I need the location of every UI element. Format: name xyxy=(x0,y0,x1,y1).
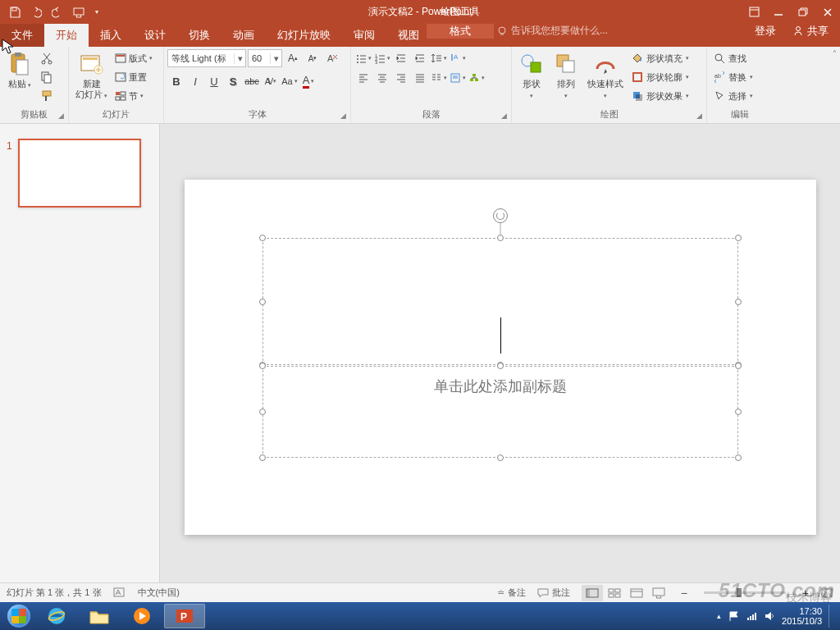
tab-transitions[interactable]: 切换 xyxy=(177,24,221,47)
tab-view[interactable]: 视图 xyxy=(386,24,431,47)
slideshow-view-button[interactable] xyxy=(648,585,669,601)
rotation-handle[interactable] xyxy=(493,208,508,223)
decrease-indent-button[interactable] xyxy=(392,49,410,67)
resize-handle-ml[interactable] xyxy=(259,409,266,415)
tab-design[interactable]: 设计 xyxy=(133,24,177,47)
clock[interactable]: 17:30 2015/10/3 xyxy=(782,606,822,626)
reading-view-button[interactable] xyxy=(626,585,647,601)
align-center-button[interactable] xyxy=(373,69,391,87)
numbering-button[interactable]: 123 xyxy=(373,49,391,67)
select-button[interactable]: 选择▾ xyxy=(710,87,769,105)
clear-formatting-button[interactable]: A xyxy=(323,49,341,67)
resize-handle-bm[interactable] xyxy=(497,454,504,461)
quick-styles-button[interactable]: 快速样式▾ xyxy=(584,49,627,107)
italic-button[interactable]: I xyxy=(186,72,204,90)
zoom-in-button[interactable]: + xyxy=(802,587,809,600)
sorter-view-button[interactable] xyxy=(604,585,625,601)
tab-insert[interactable]: 插入 xyxy=(89,24,133,47)
increase-font-button[interactable]: A▴ xyxy=(284,49,302,67)
resize-handle-mr[interactable] xyxy=(735,409,742,415)
spellcheck-status[interactable] xyxy=(113,587,126,599)
normal-view-button[interactable] xyxy=(582,585,603,601)
arrange-button[interactable]: 排列▾ xyxy=(550,49,582,107)
change-case-button[interactable]: Aa xyxy=(281,72,299,90)
tab-format[interactable]: 格式 xyxy=(427,24,494,39)
bullets-button[interactable] xyxy=(354,49,372,67)
section-button[interactable]: 节▾ xyxy=(112,87,155,105)
resize-handle-tm[interactable] xyxy=(497,235,504,241)
format-painter-button[interactable] xyxy=(38,87,56,105)
ie-taskbar-button[interactable] xyxy=(36,604,77,628)
reset-button[interactable]: 重置 xyxy=(112,68,155,86)
undo-button[interactable] xyxy=(26,2,46,22)
copy-button[interactable] xyxy=(38,68,56,86)
underline-button[interactable]: U xyxy=(205,72,223,90)
font-size-combo[interactable]: 60▾ xyxy=(248,49,282,67)
resize-handle-bl[interactable] xyxy=(259,454,266,461)
paste-button[interactable]: 粘贴 xyxy=(3,49,36,107)
char-spacing-button[interactable]: AV xyxy=(262,72,280,90)
slide-thumbnails-pane[interactable]: 1 xyxy=(0,124,160,582)
decrease-font-button[interactable]: A▾ xyxy=(304,49,322,67)
tab-home[interactable]: 开始 xyxy=(44,24,89,47)
text-direction-button[interactable]: ‖A xyxy=(449,49,467,67)
resize-handle-tr[interactable] xyxy=(735,235,742,241)
redo-button[interactable] xyxy=(48,2,67,22)
resize-handle-tr[interactable] xyxy=(735,363,742,369)
fit-to-window-button[interactable] xyxy=(820,587,833,599)
resize-handle-br[interactable] xyxy=(735,454,742,461)
paragraph-launcher[interactable]: ◢ xyxy=(498,110,509,121)
replace-button[interactable]: ab替换▾ xyxy=(710,68,769,86)
resize-handle-mr[interactable] xyxy=(735,299,742,305)
tab-slideshow[interactable]: 幻灯片放映 xyxy=(266,24,342,47)
align-text-button[interactable] xyxy=(449,69,467,87)
align-right-button[interactable] xyxy=(392,69,410,87)
shapes-button[interactable]: 形状▾ xyxy=(515,49,548,107)
start-button[interactable] xyxy=(3,604,34,628)
resize-handle-ml[interactable] xyxy=(259,299,266,305)
close-button[interactable] xyxy=(815,0,840,24)
start-from-beginning-button[interactable] xyxy=(69,2,89,22)
strikethrough-button[interactable]: abc xyxy=(243,72,261,90)
slide-editor[interactable]: 单击此处添加副标题 xyxy=(160,124,840,582)
font-name-combo[interactable]: 等线 Light (标▾ xyxy=(167,49,246,67)
smartart-button[interactable] xyxy=(468,69,486,87)
zoom-slider[interactable] xyxy=(704,591,786,594)
zoom-out-button[interactable]: − xyxy=(681,587,687,600)
minimize-button[interactable] xyxy=(766,0,791,24)
resize-handle-tl[interactable] xyxy=(259,363,266,369)
justify-button[interactable] xyxy=(411,69,429,87)
thumbnail-1[interactable]: 1 xyxy=(0,139,159,208)
notes-button[interactable]: ≐ 备注 xyxy=(497,587,526,599)
drawing-launcher[interactable]: ◢ xyxy=(693,110,705,121)
comments-button[interactable]: 批注 xyxy=(537,587,570,599)
shape-effects-button[interactable]: 形状效果▾ xyxy=(628,87,692,105)
align-left-button[interactable] xyxy=(354,69,372,87)
network-icon[interactable] xyxy=(746,610,757,622)
tray-expand-button[interactable]: ▴ xyxy=(717,612,721,620)
shape-outline-button[interactable]: 形状轮廓▾ xyxy=(628,68,692,86)
subtitle-placeholder[interactable]: 单击此处添加副标题 xyxy=(262,366,738,458)
resize-handle-tl[interactable] xyxy=(259,235,266,241)
bold-button[interactable]: B xyxy=(167,72,185,90)
save-button[interactable] xyxy=(5,2,25,22)
collapse-ribbon-button[interactable]: ˄ xyxy=(833,49,837,58)
explorer-taskbar-button[interactable] xyxy=(79,604,120,628)
tab-animations[interactable]: 动画 xyxy=(221,24,266,47)
powerpoint-taskbar-button[interactable]: P xyxy=(164,604,205,628)
shape-fill-button[interactable]: 形状填充▾ xyxy=(628,49,692,67)
cut-button[interactable] xyxy=(38,49,56,67)
resize-handle-tm[interactable] xyxy=(497,363,504,369)
share-button[interactable]: 共享 xyxy=(786,24,835,39)
tab-review[interactable]: 审阅 xyxy=(342,24,386,47)
tell-me-search[interactable]: 告诉我您想要做什么... xyxy=(496,24,608,38)
increase-indent-button[interactable] xyxy=(411,49,429,67)
clipboard-launcher[interactable]: ◢ xyxy=(55,110,66,121)
sign-in-button[interactable]: 登录 xyxy=(746,24,784,39)
layout-button[interactable]: 版式▾ xyxy=(112,49,155,67)
shadow-button[interactable]: S xyxy=(224,72,242,90)
show-desktop-button[interactable] xyxy=(829,605,835,628)
line-spacing-button[interactable] xyxy=(430,49,448,67)
media-player-taskbar-button[interactable] xyxy=(121,604,162,628)
volume-icon[interactable] xyxy=(764,610,775,622)
